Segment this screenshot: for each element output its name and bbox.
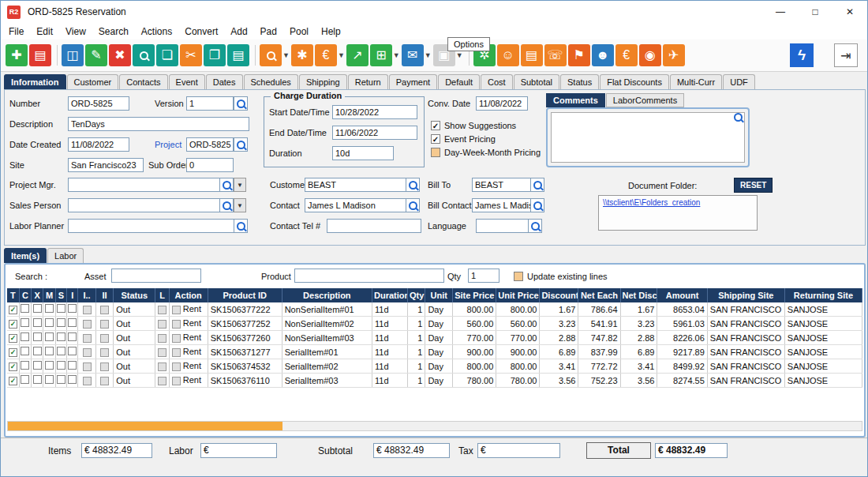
bill-contact-value[interactable]: James L Madison	[472, 198, 531, 212]
project-mgr-value[interactable]	[68, 178, 220, 192]
row-select-checkbox[interactable]	[9, 348, 17, 357]
description-field[interactable]: TenDays	[68, 117, 249, 131]
row-mini-button[interactable]	[158, 334, 166, 343]
date-created-field[interactable]: 11/08/2022	[68, 137, 129, 152]
row-flag-checkbox[interactable]	[45, 332, 54, 341]
row-select-checkbox[interactable]	[9, 306, 17, 314]
qty-input[interactable]: 1	[468, 269, 499, 283]
row-flag-checkbox[interactable]	[68, 375, 77, 384]
notes-icon[interactable]: ▤	[521, 44, 543, 66]
bill-contact-field[interactable]: James L Madison	[472, 198, 544, 212]
col-i1[interactable]: I	[67, 288, 78, 302]
col-c[interactable]: C	[19, 288, 31, 302]
options-icon[interactable]: ⊞	[370, 44, 392, 66]
row-mini-button[interactable]	[158, 377, 166, 385]
project-mgr-search-icon[interactable]	[220, 178, 234, 192]
row-mini-button[interactable]	[100, 362, 109, 371]
show-suggestions-checkbox[interactable]: Show Suggestions	[431, 120, 516, 131]
row-flag-checkbox[interactable]	[33, 361, 42, 370]
chat-icon-dropdown[interactable]: ▼	[425, 51, 432, 59]
menu-file[interactable]: File	[2, 24, 30, 39]
row-mini-button[interactable]	[83, 362, 92, 371]
project-search-icon[interactable]	[234, 137, 248, 152]
tab-cost[interactable]: Cost	[481, 74, 513, 89]
currency-icon[interactable]: €	[615, 44, 638, 66]
col-amount[interactable]: Amount	[657, 288, 707, 302]
row-flag-checkbox[interactable]	[45, 361, 54, 370]
row-flag-checkbox[interactable]	[33, 347, 42, 355]
tab-subtotal[interactable]: Subtotal	[514, 74, 559, 89]
tab-default[interactable]: Default	[438, 74, 480, 89]
day-week-month-pricing-checkbox[interactable]: Day-Week-Month Pricing	[431, 147, 541, 158]
language-search-icon[interactable]	[529, 219, 542, 233]
copy-icon[interactable]: ❐	[204, 44, 226, 66]
table-row[interactable]: Out RentSK1506377222NonSerialItem#0111d1…	[7, 302, 862, 317]
row-action-icon[interactable]	[172, 334, 181, 343]
row-action-icon[interactable]	[172, 348, 181, 357]
quick-action-icon[interactable]: ϟ	[790, 43, 814, 67]
bill-to-value[interactable]: BEAST	[472, 178, 531, 192]
language-field[interactable]	[476, 219, 542, 233]
tab-udf[interactable]: UDF	[723, 74, 755, 89]
search-icon[interactable]	[133, 44, 155, 66]
asset-input[interactable]	[111, 269, 201, 283]
row-mini-button[interactable]	[83, 320, 92, 329]
tab-information[interactable]: Information	[4, 74, 66, 89]
row-mini-button[interactable]	[83, 377, 92, 385]
site-field[interactable]: San Francisco23	[68, 158, 144, 172]
row-flag-checkbox[interactable]	[45, 375, 54, 384]
row-flag-checkbox[interactable]	[21, 332, 29, 341]
tab-labor[interactable]: Labor	[47, 248, 84, 263]
project-mgr-dropdown-icon[interactable]: ▼	[234, 178, 246, 192]
tab-event[interactable]: Event	[169, 74, 205, 89]
row-flag-checkbox[interactable]	[21, 347, 29, 355]
menu-help[interactable]: Help	[315, 24, 347, 39]
exit-icon[interactable]: ⇥	[834, 43, 858, 67]
paste-icon[interactable]: ▤	[227, 44, 249, 66]
col-s[interactable]: S	[55, 288, 66, 302]
col-m[interactable]: M	[43, 288, 55, 302]
row-flag-checkbox[interactable]	[68, 318, 77, 327]
row-mini-button[interactable]	[100, 334, 109, 343]
col-discount[interactable]: Discount	[540, 288, 578, 302]
row-action-icon[interactable]	[172, 362, 181, 371]
col-net_each[interactable]: Net Each	[578, 288, 620, 302]
sub-orders-field[interactable]: 0	[186, 158, 234, 172]
update-existing-lines-checkbox-box[interactable]	[514, 272, 523, 281]
options-icon-dropdown[interactable]: ▼	[393, 51, 400, 59]
sales-person-dropdown-icon[interactable]: ▼	[234, 198, 246, 212]
version-search-icon[interactable]	[234, 96, 248, 111]
find-document-icon[interactable]: ❏	[156, 44, 178, 66]
item-search-icon[interactable]	[260, 44, 282, 66]
labor-planner-search-icon[interactable]	[234, 219, 248, 233]
tab-schedules[interactable]: Schedules	[244, 74, 298, 89]
update-existing-lines-checkbox[interactable]: Update existing lines	[514, 271, 608, 282]
project-mgr-field[interactable]: ▼	[68, 178, 246, 192]
row-select-checkbox[interactable]	[9, 377, 17, 385]
bill-contact-search-icon[interactable]	[531, 198, 544, 212]
row-flag-checkbox[interactable]	[57, 361, 65, 370]
row-mini-button[interactable]	[158, 348, 166, 357]
new-document-icon[interactable]: ✚	[6, 44, 28, 66]
row-flag-checkbox[interactable]	[68, 304, 77, 313]
print-icon[interactable]: ▤	[29, 44, 51, 66]
kit-icon[interactable]: ✱	[291, 44, 313, 66]
col-site_price[interactable]: Site Price	[453, 288, 496, 302]
row-flag-checkbox[interactable]	[21, 304, 29, 313]
truck-icon[interactable]: ✈	[663, 44, 685, 66]
number-field[interactable]: ORD-5825	[68, 96, 129, 111]
row-action-icon[interactable]	[172, 306, 181, 314]
tab-customer[interactable]: Customer	[67, 74, 119, 89]
cart-icon-dropdown[interactable]: ▼	[338, 51, 345, 59]
row-mini-button[interactable]	[83, 334, 92, 343]
project-label[interactable]: Project	[155, 137, 181, 152]
table-row[interactable]: Out RentSK1506377252NonSerialItem#0211d1…	[7, 317, 862, 331]
row-flag-checkbox[interactable]	[57, 375, 65, 384]
row-flag-checkbox[interactable]	[21, 375, 29, 384]
photo-icon[interactable]: ◉	[639, 44, 661, 66]
col-l[interactable]: L	[155, 288, 169, 302]
menu-pool[interactable]: Pool	[283, 24, 315, 39]
version-field[interactable]: 1	[186, 96, 234, 111]
col-i2[interactable]: I..	[78, 288, 95, 302]
person-chat-icon[interactable]: ☻	[592, 44, 614, 66]
